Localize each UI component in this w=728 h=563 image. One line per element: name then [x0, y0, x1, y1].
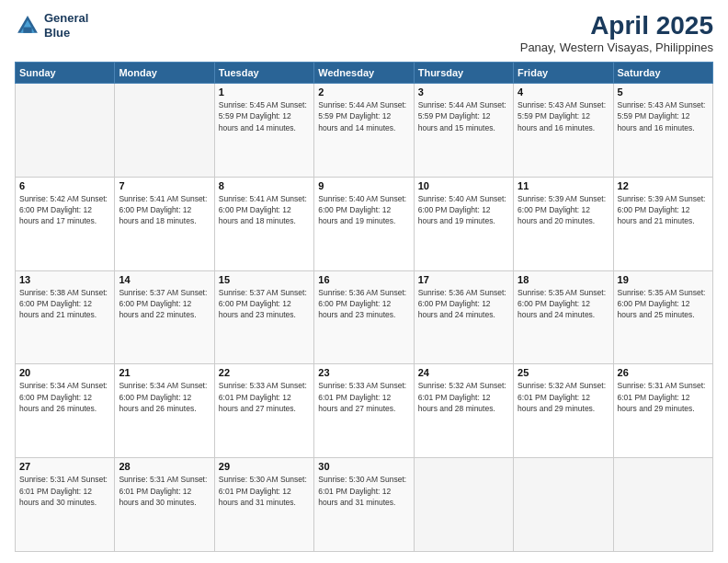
calendar-header-row: SundayMondayTuesdayWednesdayThursdayFrid… — [16, 63, 713, 84]
calendar-cell: 2Sunrise: 5:44 AM Sunset: 5:59 PM Daylig… — [314, 84, 414, 178]
day-number: 8 — [219, 180, 310, 191]
col-header-saturday: Saturday — [613, 63, 712, 84]
day-number: 28 — [119, 461, 210, 472]
calendar-cell: 30Sunrise: 5:30 AM Sunset: 6:01 PM Dayli… — [314, 458, 414, 552]
logo-line1: General — [44, 11, 88, 25]
day-number: 23 — [318, 367, 409, 378]
calendar-cell: 10Sunrise: 5:40 AM Sunset: 6:00 PM Dayli… — [414, 177, 513, 270]
calendar-cell: 9Sunrise: 5:40 AM Sunset: 6:00 PM Daylig… — [314, 177, 414, 270]
calendar-cell: 19Sunrise: 5:35 AM Sunset: 6:00 PM Dayli… — [613, 270, 712, 364]
day-number: 9 — [318, 180, 409, 191]
calendar-cell: 21Sunrise: 5:34 AM Sunset: 6:00 PM Dayli… — [115, 364, 214, 458]
day-info: Sunrise: 5:44 AM Sunset: 5:59 PM Dayligh… — [318, 99, 409, 133]
subtitle: Panay, Western Visayas, Philippines — [520, 40, 713, 54]
logo-line2: Blue — [44, 26, 70, 40]
calendar-cell: 17Sunrise: 5:36 AM Sunset: 6:00 PM Dayli… — [414, 270, 513, 364]
day-number: 17 — [418, 274, 509, 285]
day-info: Sunrise: 5:39 AM Sunset: 6:00 PM Dayligh… — [518, 193, 609, 227]
week-row-4: 20Sunrise: 5:34 AM Sunset: 6:00 PM Dayli… — [16, 364, 713, 458]
calendar-cell: 1Sunrise: 5:45 AM Sunset: 5:59 PM Daylig… — [214, 84, 313, 178]
calendar-cell: 24Sunrise: 5:32 AM Sunset: 6:01 PM Dayli… — [414, 364, 513, 458]
calendar-cell: 4Sunrise: 5:43 AM Sunset: 5:59 PM Daylig… — [514, 84, 613, 178]
calendar-cell: 28Sunrise: 5:31 AM Sunset: 6:01 PM Dayli… — [115, 458, 214, 552]
day-number: 24 — [418, 367, 509, 378]
calendar-cell: 11Sunrise: 5:39 AM Sunset: 6:00 PM Dayli… — [514, 177, 613, 270]
logo-icon — [15, 13, 40, 39]
week-row-3: 13Sunrise: 5:38 AM Sunset: 6:00 PM Dayli… — [16, 270, 713, 364]
day-number: 10 — [418, 180, 509, 191]
day-info: Sunrise: 5:31 AM Sunset: 6:01 PM Dayligh… — [618, 380, 709, 414]
day-number: 18 — [518, 274, 609, 285]
calendar-cell: 23Sunrise: 5:33 AM Sunset: 6:01 PM Dayli… — [314, 364, 414, 458]
calendar-cell: 13Sunrise: 5:38 AM Sunset: 6:00 PM Dayli… — [16, 270, 115, 364]
day-number: 7 — [119, 180, 210, 191]
day-number: 29 — [219, 461, 310, 472]
day-info: Sunrise: 5:32 AM Sunset: 6:01 PM Dayligh… — [418, 380, 509, 414]
day-info: Sunrise: 5:40 AM Sunset: 6:00 PM Dayligh… — [418, 193, 509, 227]
day-number: 6 — [19, 180, 110, 191]
calendar-cell: 6Sunrise: 5:42 AM Sunset: 6:00 PM Daylig… — [16, 177, 115, 270]
day-number: 26 — [618, 367, 709, 378]
calendar-cell: 15Sunrise: 5:37 AM Sunset: 6:00 PM Dayli… — [214, 270, 313, 364]
day-info: Sunrise: 5:42 AM Sunset: 6:00 PM Dayligh… — [19, 193, 110, 227]
day-info: Sunrise: 5:38 AM Sunset: 6:00 PM Dayligh… — [19, 287, 110, 321]
day-info: Sunrise: 5:32 AM Sunset: 6:01 PM Dayligh… — [518, 380, 609, 414]
day-info: Sunrise: 5:35 AM Sunset: 6:00 PM Dayligh… — [518, 287, 609, 321]
day-info: Sunrise: 5:36 AM Sunset: 6:00 PM Dayligh… — [418, 287, 509, 321]
day-number: 19 — [618, 274, 709, 285]
calendar-cell — [414, 458, 513, 552]
day-number: 30 — [318, 461, 409, 472]
day-info: Sunrise: 5:31 AM Sunset: 6:01 PM Dayligh… — [119, 474, 210, 508]
svg-rect-2 — [23, 27, 31, 32]
day-number: 12 — [618, 180, 709, 191]
day-number: 15 — [219, 274, 310, 285]
calendar-cell: 3Sunrise: 5:44 AM Sunset: 5:59 PM Daylig… — [414, 84, 513, 178]
logo: General Blue — [15, 11, 88, 40]
calendar-table: SundayMondayTuesdayWednesdayThursdayFrid… — [15, 62, 713, 552]
day-info: Sunrise: 5:43 AM Sunset: 5:59 PM Dayligh… — [518, 99, 609, 133]
week-row-1: 1Sunrise: 5:45 AM Sunset: 5:59 PM Daylig… — [16, 84, 713, 178]
day-info: Sunrise: 5:35 AM Sunset: 6:00 PM Dayligh… — [618, 287, 709, 321]
calendar-cell: 20Sunrise: 5:34 AM Sunset: 6:00 PM Dayli… — [16, 364, 115, 458]
day-info: Sunrise: 5:34 AM Sunset: 6:00 PM Dayligh… — [119, 380, 210, 414]
day-info: Sunrise: 5:36 AM Sunset: 6:00 PM Dayligh… — [318, 287, 409, 321]
day-number: 13 — [19, 274, 110, 285]
day-info: Sunrise: 5:37 AM Sunset: 6:00 PM Dayligh… — [119, 287, 210, 321]
day-info: Sunrise: 5:40 AM Sunset: 6:00 PM Dayligh… — [318, 193, 409, 227]
calendar-cell — [613, 458, 712, 552]
day-info: Sunrise: 5:37 AM Sunset: 6:00 PM Dayligh… — [219, 287, 310, 321]
calendar-cell: 25Sunrise: 5:32 AM Sunset: 6:01 PM Dayli… — [514, 364, 613, 458]
day-number: 5 — [618, 86, 709, 98]
day-info: Sunrise: 5:30 AM Sunset: 6:01 PM Dayligh… — [318, 474, 409, 508]
title-block: April 2025 Panay, Western Visayas, Phili… — [520, 11, 713, 54]
day-info: Sunrise: 5:33 AM Sunset: 6:01 PM Dayligh… — [318, 380, 409, 414]
calendar-cell — [16, 84, 115, 178]
calendar-cell: 16Sunrise: 5:36 AM Sunset: 6:00 PM Dayli… — [314, 270, 414, 364]
day-number: 2 — [318, 86, 409, 98]
day-number: 27 — [19, 461, 110, 472]
col-header-tuesday: Tuesday — [214, 63, 313, 84]
day-number: 22 — [219, 367, 310, 378]
col-header-friday: Friday — [514, 63, 613, 84]
day-info: Sunrise: 5:39 AM Sunset: 6:00 PM Dayligh… — [618, 193, 709, 227]
calendar-cell: 14Sunrise: 5:37 AM Sunset: 6:00 PM Dayli… — [115, 270, 214, 364]
day-info: Sunrise: 5:43 AM Sunset: 5:59 PM Dayligh… — [618, 99, 709, 133]
day-info: Sunrise: 5:34 AM Sunset: 6:00 PM Dayligh… — [19, 380, 110, 414]
main-title: April 2025 — [520, 11, 713, 40]
col-header-thursday: Thursday — [414, 63, 513, 84]
col-header-monday: Monday — [115, 63, 214, 84]
day-number: 4 — [518, 86, 609, 98]
calendar-cell: 12Sunrise: 5:39 AM Sunset: 6:00 PM Dayli… — [613, 177, 712, 270]
calendar-cell: 18Sunrise: 5:35 AM Sunset: 6:00 PM Dayli… — [514, 270, 613, 364]
calendar-cell — [115, 84, 214, 178]
day-info: Sunrise: 5:30 AM Sunset: 6:01 PM Dayligh… — [219, 474, 310, 508]
day-number: 25 — [518, 367, 609, 378]
day-number: 16 — [318, 274, 409, 285]
day-number: 11 — [518, 180, 609, 191]
day-number: 1 — [219, 86, 310, 98]
day-info: Sunrise: 5:31 AM Sunset: 6:01 PM Dayligh… — [19, 474, 110, 508]
calendar-cell: 7Sunrise: 5:41 AM Sunset: 6:00 PM Daylig… — [115, 177, 214, 270]
col-header-wednesday: Wednesday — [314, 63, 414, 84]
day-number: 3 — [418, 86, 509, 98]
day-number: 14 — [119, 274, 210, 285]
